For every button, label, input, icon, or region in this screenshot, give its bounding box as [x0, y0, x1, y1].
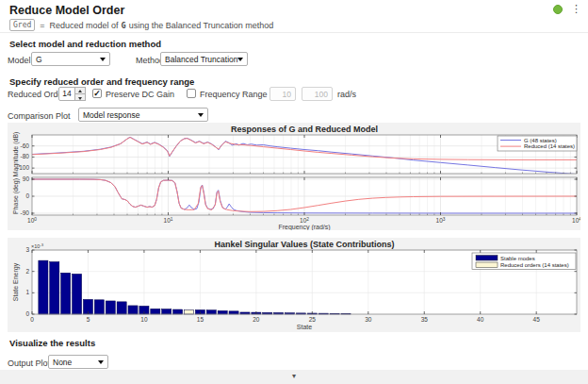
svg-text:3: 3	[25, 246, 29, 253]
svg-text:Magnitude (dB): Magnitude (dB)	[12, 132, 20, 177]
model-dropdown-value: G	[36, 55, 42, 64]
hsv-bar	[162, 309, 172, 314]
task-collapse-bar[interactable]: ▾	[0, 370, 588, 384]
hsv-bar	[184, 309, 193, 314]
reduced-order-label: Reduced Order	[8, 90, 66, 99]
hsv-bar	[73, 274, 82, 314]
arrow-down-icon	[78, 97, 82, 100]
chevron-down-icon	[198, 113, 204, 117]
comparison-plot-label: Comparison Plot	[8, 111, 71, 121]
svg-text:-90: -90	[21, 209, 30, 216]
hsv-bar	[128, 306, 138, 314]
hankel-plot-canvas: Hankel Singular Values (State Contributi…	[8, 238, 580, 332]
model-label: Model	[8, 56, 31, 65]
hsv-bar	[117, 302, 126, 314]
arrow-up-icon	[78, 90, 82, 92]
comparison-plot-dropdown[interactable]: Model response	[78, 108, 208, 122]
svg-text:Frequency (rad/s): Frequency (rad/s)	[278, 224, 330, 230]
hsv-bar	[39, 260, 48, 314]
svg-text:2: 2	[25, 268, 29, 275]
svg-text:45: 45	[533, 316, 541, 323]
frequency-unit-label: rad/s	[337, 90, 356, 99]
header-divider	[0, 32, 588, 33]
hsv-bar	[61, 273, 71, 314]
svg-text:G (48 states): G (48 states)	[524, 138, 557, 143]
output-plot-value: None	[53, 358, 72, 367]
svg-text:15: 15	[197, 316, 204, 323]
svg-text:Reduced orders (14 states): Reduced orders (14 states)	[500, 262, 569, 268]
svg-text:10: 10	[140, 316, 148, 323]
task-menu-icon[interactable]: ⋮	[571, 3, 581, 14]
svg-text:90: 90	[23, 175, 30, 182]
svg-text:Reduced (14 states): Reduced (14 states)	[524, 143, 575, 149]
svg-text:35: 35	[421, 316, 429, 323]
svg-text:-60: -60	[21, 142, 30, 149]
hsv-bar	[50, 261, 59, 314]
method-dropdown[interactable]: Balanced Truncation	[160, 52, 248, 66]
summary-suffix: using the Balanced Truncation method	[129, 21, 274, 30]
frequency-max-field: 100	[302, 87, 333, 101]
chevron-down-icon	[100, 58, 106, 61]
svg-text:Responses of G and Reduced Mod: Responses of G and Reduced Model	[231, 125, 378, 134]
task-summary: Gred = Reduced model of G using the Bala…	[9, 19, 273, 31]
section-visualize: Visualize the results	[9, 338, 95, 348]
output-plot-label: Output Plot	[8, 359, 50, 368]
section-specify-order: Specify reduced order and frequency rang…	[9, 76, 194, 87]
frequency-range-label: Frequency Range	[200, 90, 268, 99]
output-variable-badge: Gred	[9, 19, 35, 31]
method-dropdown-value: Balanced Truncation	[165, 55, 238, 64]
hsv-bar	[106, 301, 115, 314]
hsv-bar	[151, 309, 160, 314]
svg-text:State: State	[297, 324, 312, 330]
autorun-status-icon	[553, 5, 563, 14]
frequency-min-field: 10	[270, 87, 296, 101]
svg-text:30: 30	[365, 316, 372, 323]
model-dropdown[interactable]: G	[31, 52, 110, 66]
hsv-bar	[206, 310, 216, 314]
svg-text:State Energy: State Energy	[12, 262, 20, 301]
hankel-figure: Hankel Singular Values (State Contributi…	[8, 238, 580, 332]
frequency-range-checkbox[interactable]	[187, 89, 196, 98]
summary-prefix: Reduced model of	[50, 21, 119, 30]
svg-text:20: 20	[253, 316, 260, 323]
hsv-bar	[229, 311, 238, 314]
hsv-bar	[218, 310, 227, 314]
svg-text:0: 0	[25, 192, 29, 199]
svg-text:Phase (deg): Phase (deg)	[12, 178, 20, 214]
chevron-down-icon	[237, 58, 243, 61]
collapse-chevron-icon[interactable]: ▾	[292, 372, 296, 380]
bode-plot-canvas: Responses of G and Reduced Model-60-80-1…	[8, 123, 580, 230]
svg-text:0: 0	[30, 316, 34, 323]
hsv-bar	[173, 309, 183, 314]
hsv-bar	[94, 300, 104, 314]
svg-text:0: 0	[25, 310, 29, 317]
reduced-order-field[interactable]: 14	[58, 87, 75, 101]
svg-text:Hankel Singular Values (State: Hankel Singular Values (State Contributi…	[214, 240, 394, 249]
equals-sign: =	[40, 21, 44, 30]
output-plot-dropdown[interactable]: None	[48, 355, 108, 369]
reduced-order-decrement-button[interactable]	[74, 93, 86, 101]
preserve-dc-gain-label: Preserve DC Gain	[106, 90, 174, 99]
svg-text:Stable modes: Stable modes	[500, 256, 535, 261]
section-select-model: Select model and reduction method	[9, 39, 161, 49]
svg-text:40: 40	[477, 316, 484, 323]
comparison-plot-value: Model response	[83, 110, 139, 120]
preserve-dc-gain-checkbox[interactable]: ✓	[92, 89, 102, 98]
page-title: Reduce Model Order	[9, 4, 124, 17]
bode-figure: Responses of G and Reduced Model-60-80-1…	[8, 123, 580, 230]
svg-text:1: 1	[25, 289, 29, 295]
svg-text:-80: -80	[21, 153, 30, 159]
svg-text:25: 25	[309, 316, 317, 323]
chevron-down-icon	[98, 360, 104, 364]
svg-text:5: 5	[87, 316, 90, 323]
summary-model-name: G	[122, 21, 126, 30]
